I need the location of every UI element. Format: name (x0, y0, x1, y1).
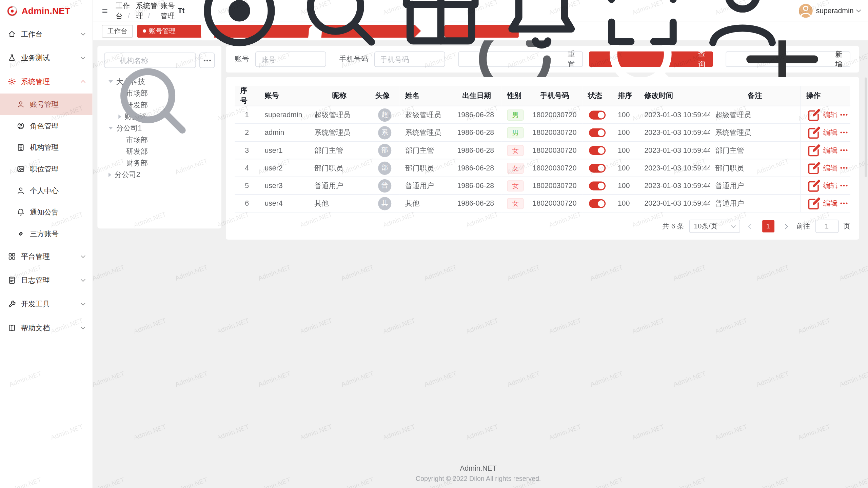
header-icon-button[interactable] (295, 0, 386, 56)
cell-order: 100 (612, 124, 639, 141)
cell-name: 系统管理员 (400, 124, 452, 141)
more-icon (843, 149, 845, 151)
sidebar-item-label: 三方账号 (30, 229, 59, 239)
log-icon (8, 276, 16, 284)
edit-icon (806, 160, 822, 176)
edit-button[interactable]: 编辑 (806, 196, 837, 211)
sidebar-item-label: 账号管理 (30, 99, 59, 109)
font-size-icon: Tt (178, 6, 184, 15)
status-toggle[interactable] (589, 181, 606, 190)
header-icon-button[interactable]: Tt (178, 6, 184, 15)
edit-icon (806, 107, 822, 122)
status-toggle[interactable] (589, 110, 606, 119)
sidebar-item[interactable]: 角色管理 (0, 115, 93, 137)
menu-toggle-icon[interactable] (102, 6, 108, 16)
breadcrumb-item[interactable]: 账号管理 (160, 1, 178, 21)
column-header: 出生日期 (452, 86, 501, 106)
next-page-button[interactable] (779, 220, 791, 232)
tree-caret-icon[interactable] (118, 149, 123, 154)
edit-button[interactable]: 编辑 (806, 178, 837, 193)
cell-remark: 系统管理员 (710, 124, 801, 141)
edit-button[interactable]: 编辑 (806, 125, 837, 140)
sidebar-item[interactable]: 机构管理 (0, 137, 93, 158)
avatar-person-icon (799, 4, 813, 18)
edit-button[interactable]: 编辑 (806, 143, 837, 158)
cell-remark: 普通用户 (710, 195, 801, 212)
cell-remark: 部门主管 (710, 141, 801, 159)
gender-tag: 女 (507, 145, 524, 156)
edit-icon (806, 125, 822, 140)
prev-page-button[interactable] (745, 220, 757, 232)
tree-caret-icon[interactable] (108, 172, 111, 177)
cell-gender: 女 (501, 177, 527, 195)
page-size-select[interactable]: 10条/页 (689, 220, 740, 233)
sidebar-item[interactable]: 工作台 (0, 22, 93, 46)
status-toggle[interactable] (589, 199, 606, 208)
row-more-button[interactable] (843, 167, 845, 169)
header-icon-button[interactable] (697, 0, 788, 56)
scrollbar[interactable] (865, 78, 867, 177)
header-icon-button[interactable] (596, 0, 688, 56)
tree-node-label: 分公司2 (115, 169, 140, 179)
row-more-button[interactable] (843, 132, 845, 134)
pagination: 共 6 条 10条/页 1 前往 页 (235, 220, 850, 233)
sidebar-item[interactable]: 账号管理 (0, 94, 93, 115)
sidebar-item[interactable]: 系统管理 (0, 70, 93, 94)
sidebar-item[interactable]: 平台管理 (0, 245, 93, 268)
row-more-button[interactable] (843, 149, 845, 151)
tree-node[interactable]: 分公司2 (104, 169, 215, 180)
tree-caret-icon[interactable] (118, 161, 123, 165)
cell-actions: 编辑 (801, 159, 850, 177)
sidebar-item[interactable]: 帮助文档 (0, 316, 93, 340)
page-number-button[interactable]: 1 (762, 220, 774, 232)
column-header: 头像 (370, 86, 400, 106)
cell-modified-time: 2023-01-03 10:59:44 (639, 124, 710, 141)
more-icon (843, 185, 845, 186)
sidebar-item[interactable]: 业务测试 (0, 46, 93, 70)
column-header: 姓名 (400, 86, 452, 106)
gender-tag: 女 (507, 198, 524, 209)
cell-status (583, 195, 612, 212)
sidebar-item[interactable]: 个人中心 (0, 180, 93, 202)
sidebar-item[interactable]: 通知公告 (0, 201, 93, 223)
cell-phone: 18020030720 (527, 141, 582, 159)
platform-icon (8, 252, 16, 260)
cell-birth-date: 1986-06-28 (452, 159, 501, 177)
user-menu[interactable]: superadmin (799, 4, 860, 18)
status-toggle[interactable] (589, 128, 606, 137)
chevron-icon (81, 80, 85, 85)
tree-node[interactable]: 财务部 (104, 157, 215, 169)
tree-node[interactable]: 研发部 (104, 145, 215, 157)
status-toggle[interactable] (589, 164, 606, 172)
column-header: 修改时间 (639, 86, 710, 106)
row-avatar: 超 (378, 108, 391, 121)
tree-node-label: 财务部 (126, 158, 148, 168)
goto-page-input[interactable] (815, 220, 839, 233)
sidebar-item[interactable]: 三方账号 (0, 223, 93, 245)
header-icon-button[interactable] (395, 0, 487, 56)
sidebar-item[interactable]: 日志管理 (0, 268, 93, 292)
chevron-icon (81, 55, 85, 59)
avatar (799, 4, 813, 18)
sidebar-menu: 工作台 业务测试 系统管理 (0, 22, 93, 488)
sidebar: Admin.NET 工作台 业务测试 (0, 0, 93, 488)
breadcrumb-item[interactable]: 工作台 (116, 1, 136, 21)
sidebar-item-label: 开发工具 (21, 299, 50, 309)
row-more-button[interactable] (843, 203, 845, 204)
chevron-right-icon (783, 224, 788, 229)
edit-icon (806, 178, 822, 193)
row-more-button[interactable] (843, 185, 845, 186)
row-more-button[interactable] (843, 114, 845, 116)
sidebar-item[interactable]: 职位管理 (0, 158, 93, 180)
tab[interactable]: 工作台 (102, 25, 133, 38)
more-icon (843, 114, 845, 116)
edit-button[interactable]: 编辑 (806, 160, 837, 176)
edit-button[interactable]: 编辑 (806, 107, 837, 122)
sidebar-item[interactable]: 开发工具 (0, 292, 93, 316)
breadcrumb-item[interactable]: 系统管理 (136, 1, 160, 21)
status-toggle[interactable] (589, 146, 606, 155)
header-icon-button[interactable] (194, 0, 285, 56)
cell-account: user4 (259, 195, 309, 212)
header-icon-button[interactable] (496, 0, 587, 56)
cell-avatar: 其 (370, 195, 400, 212)
